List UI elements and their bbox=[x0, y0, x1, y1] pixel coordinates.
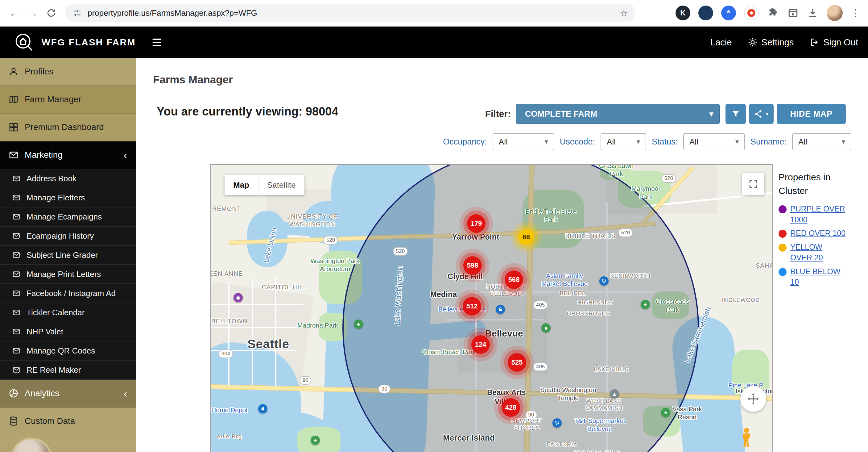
cluster-marker[interactable]: 66 bbox=[518, 229, 534, 245]
sidebar-item-tickler-calendar[interactable]: Tickler Calendar bbox=[0, 303, 136, 322]
surname-select[interactable]: All ▾ bbox=[792, 133, 851, 150]
hide-map-button[interactable]: HIDE MAP bbox=[777, 104, 846, 124]
sidebar-item-marketing[interactable]: Marketing ‹ bbox=[0, 141, 136, 169]
sidebar-item-address-book[interactable]: Address Book bbox=[0, 169, 136, 188]
sidebar-item-nhp-valet[interactable]: NHP Valet bbox=[0, 322, 136, 341]
lock-poi-icon[interactable] bbox=[496, 305, 505, 314]
lake-hills-label: LAKE HILLS bbox=[594, 366, 629, 373]
sidebar-user-avatar[interactable] bbox=[11, 438, 52, 452]
crossroads-park-poi-icon[interactable]: ♠ bbox=[641, 300, 650, 309]
sidebar-item-premium-dashboard[interactable]: Premium Dashboard bbox=[0, 114, 136, 141]
site-settings-icon[interactable] bbox=[73, 8, 82, 18]
sidebar-label: Premium Dashboard bbox=[25, 122, 104, 132]
cluster-marker[interactable]: 428 bbox=[501, 398, 520, 417]
asian-market-cart-icon[interactable] bbox=[599, 276, 609, 286]
status-label: Status: bbox=[652, 137, 678, 147]
farm-filter-select[interactable]: COMPLETE FARM ▾ bbox=[516, 104, 720, 124]
reload-icon[interactable] bbox=[42, 4, 60, 22]
temple-poi-icon[interactable]: ▲ bbox=[610, 389, 619, 399]
usecode-select[interactable]: All ▾ bbox=[600, 133, 646, 150]
crossroads-label: CROSSROADS bbox=[567, 310, 610, 317]
sidebar-item-manage-eletters[interactable]: Manage Eletters bbox=[0, 188, 136, 207]
map-view-button[interactable]: Map bbox=[224, 175, 258, 195]
sidebar-item-subject-line-grader[interactable]: Subject Line Grader bbox=[0, 246, 136, 265]
sidebar-item-manage-print-letters[interactable]: Manage Print Letters bbox=[0, 265, 136, 284]
extension-ring-icon[interactable] bbox=[744, 5, 759, 20]
chevron-down-icon: ▾ bbox=[709, 110, 713, 118]
legend-label[interactable]: BLUE BELOW 10 bbox=[790, 266, 846, 287]
google-map[interactable]: 520 520 520 520 405 405 90 90 90 304 Lak… bbox=[210, 164, 773, 452]
browser-window-icon[interactable] bbox=[787, 7, 799, 19]
bridle-trails-label: BRIDLE TRAILS bbox=[565, 232, 615, 240]
browser-profile-avatar[interactable] bbox=[827, 5, 843, 21]
extension-k-icon[interactable]: K bbox=[676, 5, 690, 20]
sidebar-item-re-reel-maker[interactable]: RE Reel Maker bbox=[0, 361, 136, 380]
vasa-park-poi-icon[interactable]: ♠ bbox=[661, 408, 670, 417]
sidebar-item-custom-data[interactable]: Custom Data bbox=[0, 407, 136, 435]
wfg-logo-icon bbox=[13, 31, 35, 53]
legend-label[interactable]: RED OVER 100 bbox=[790, 228, 846, 239]
queen-anne-label: QUEEN ANNE bbox=[210, 270, 243, 278]
cluster-marker[interactable]: 512 bbox=[463, 297, 481, 315]
chevron-down-icon: ▾ bbox=[766, 111, 768, 117]
occupancy-select[interactable]: All ▾ bbox=[493, 133, 554, 150]
pan-control-button[interactable] bbox=[740, 386, 766, 412]
extension-asterisk-icon[interactable]: * bbox=[721, 5, 736, 20]
satellite-view-button[interactable]: Satellite bbox=[258, 175, 305, 195]
sidebar-item-manage-qr-codes[interactable]: Manage QR Codes bbox=[0, 341, 136, 361]
sidebar-item-ecampaign-history[interactable]: Ecampaign History bbox=[0, 227, 136, 246]
home-depot-poi-icon[interactable] bbox=[258, 404, 268, 414]
extension-navy-icon[interactable] bbox=[699, 5, 713, 20]
share-button[interactable]: ▾ bbox=[749, 104, 774, 124]
sidebar-item-facebook-instagram-ad[interactable]: Facebook / Instagram Ad bbox=[0, 284, 136, 303]
forward-icon[interactable]: → bbox=[24, 4, 42, 22]
legend-title: Properties in Cluster bbox=[779, 170, 843, 197]
sidebar-item-manage-ecampaigns[interactable]: Manage Ecampaigns bbox=[0, 207, 136, 227]
route-shield-520: 520 bbox=[393, 247, 408, 256]
cluster-marker[interactable]: 124 bbox=[471, 335, 490, 354]
cluster-marker[interactable]: 179 bbox=[467, 214, 486, 233]
sidebar-item-analytics[interactable]: Analytics ‹ bbox=[0, 380, 136, 407]
inglewood-label: INGLEWOOD bbox=[722, 297, 760, 304]
cluster-marker[interactable]: 568 bbox=[505, 271, 523, 289]
seattle-label: Seattle bbox=[247, 336, 289, 352]
status-select[interactable]: All ▾ bbox=[683, 133, 745, 150]
signout-icon bbox=[810, 37, 819, 47]
tree-poi-icon[interactable]: ♠ bbox=[354, 319, 363, 329]
farm-filter-value: COMPLETE FARM bbox=[525, 109, 597, 119]
legend-item-purple: PURPLE OVER 1000 bbox=[779, 203, 854, 225]
puzzle-icon[interactable] bbox=[767, 7, 779, 19]
sidebar-item-profiles[interactable]: Profiles bbox=[0, 58, 136, 86]
url-text[interactable]: propertyprofile.us/FarmsManager.aspx?p=W… bbox=[88, 8, 615, 18]
filter-funnel-button[interactable] bbox=[725, 104, 746, 124]
hamburger-menu-icon[interactable] bbox=[151, 36, 163, 49]
user-name[interactable]: Lacie bbox=[710, 37, 732, 48]
yellow-dot-icon bbox=[779, 244, 786, 252]
cluster-legend: Properties in Cluster PURPLE OVER 1000 R… bbox=[779, 170, 854, 290]
marketing-submenu: Address Book Manage Eletters Manage Ecam… bbox=[0, 169, 136, 380]
tree-poi-icon[interactable]: ♠ bbox=[541, 323, 551, 333]
pegman-icon[interactable] bbox=[740, 427, 753, 448]
signout-button[interactable]: Sign Out bbox=[810, 37, 858, 48]
bridle-trails-state-park-label: Bridle Trails State Park bbox=[525, 207, 577, 224]
tree-poi-icon[interactable]: ♠ bbox=[311, 435, 320, 445]
url-bar[interactable]: propertyprofile.us/FarmsManager.aspx?p=W… bbox=[65, 4, 636, 22]
belltown-label: BELLTOWN bbox=[211, 317, 248, 325]
cluster-marker[interactable]: 598 bbox=[463, 256, 482, 275]
download-icon[interactable] bbox=[807, 7, 819, 19]
legend-label[interactable]: YELLOW OVER 20 bbox=[790, 242, 846, 263]
sidebar-item-farm-manager[interactable]: Farm Manager bbox=[0, 86, 136, 114]
sidebar-label: Address Book bbox=[27, 174, 76, 183]
fullscreen-button[interactable] bbox=[742, 173, 764, 195]
tt-supermarket-cart-icon[interactable] bbox=[553, 418, 562, 428]
arboretum-label: Washington Park Arboretum bbox=[310, 257, 360, 273]
map-icon bbox=[9, 94, 19, 104]
attraction-poi-icon[interactable]: ◆ bbox=[234, 293, 243, 302]
browser-menu-icon[interactable]: ⋮ bbox=[851, 7, 861, 19]
cluster-marker[interactable]: 525 bbox=[508, 353, 526, 372]
sidebar-label: Custom Data bbox=[25, 416, 75, 426]
back-icon[interactable]: ← bbox=[5, 4, 24, 22]
settings-button[interactable]: Settings bbox=[748, 37, 794, 48]
legend-label[interactable]: PURPLE OVER 1000 bbox=[790, 203, 846, 225]
bookmark-star-icon[interactable]: ☆ bbox=[620, 8, 628, 19]
